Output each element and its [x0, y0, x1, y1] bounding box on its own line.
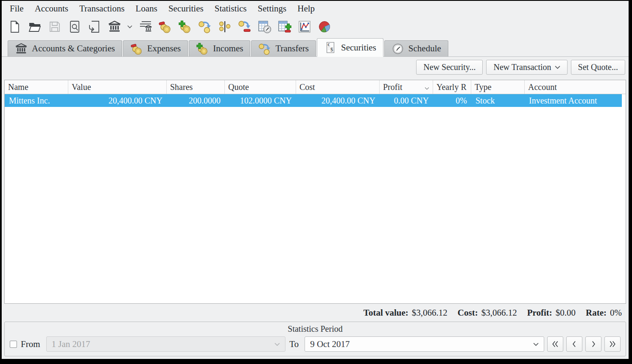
- coins-transfer-icon: [258, 42, 271, 55]
- tab-schedule[interactable]: Schedule: [384, 40, 448, 56]
- clock-icon: [392, 42, 404, 55]
- total-value-label: Total value:: [364, 308, 408, 318]
- menu-accounts[interactable]: Accounts: [29, 2, 74, 15]
- save-icon: [48, 20, 62, 34]
- open-file-button[interactable]: [26, 18, 44, 36]
- table-plus-icon: [278, 20, 291, 34]
- menu-loans[interactable]: Loans: [130, 2, 163, 15]
- cost-value: $3,066.12: [481, 308, 517, 318]
- app-window: File Accounts Transactions Loans Securit…: [2, 1, 629, 359]
- double-chevron-right-icon: [608, 340, 617, 348]
- column-header-name[interactable]: Name: [5, 80, 68, 94]
- menu-settings[interactable]: Settings: [252, 2, 292, 15]
- from-date-value: 1 Jan 2017: [52, 339, 275, 350]
- menu-statistics[interactable]: Statistics: [209, 2, 252, 15]
- table-row-mittens-inc[interactable]: Mittens Inc. 20,400.00 CNY 200.0000 102.…: [5, 94, 622, 107]
- table-clock-icon: [258, 20, 271, 34]
- column-header-type[interactable]: Type: [471, 80, 525, 94]
- line-chart-button[interactable]: [296, 18, 313, 36]
- first-period-button[interactable]: [547, 336, 563, 352]
- scheduled-table-button[interactable]: [256, 18, 274, 36]
- cell-shares: 200.0000: [167, 94, 225, 107]
- last-period-button[interactable]: [604, 336, 621, 352]
- from-checkbox[interactable]: [10, 341, 17, 348]
- menubar: File Accounts Transactions Loans Securit…: [2, 1, 629, 16]
- cell-cost: 20,400.00 CNY: [296, 94, 380, 107]
- new-file-icon: [8, 20, 22, 34]
- new-file-button[interactable]: [6, 18, 24, 36]
- svg-text:€: €: [327, 42, 330, 47]
- statistics-period-title: Statistics Period: [10, 324, 621, 334]
- column-header-profit[interactable]: Profit: [380, 80, 433, 94]
- new-income-button[interactable]: [176, 18, 194, 36]
- menu-file[interactable]: File: [4, 2, 29, 15]
- line-chart-icon: [298, 20, 311, 34]
- coins-plus-icon: [178, 20, 192, 34]
- import-file-button[interactable]: [86, 18, 103, 36]
- bank-menu-chevron-icon[interactable]: [126, 18, 133, 36]
- new-transaction-label: New Transaction: [493, 62, 551, 72]
- cell-quote: 102.0000 CNY: [225, 94, 296, 107]
- pie-chart-icon: [318, 20, 331, 34]
- tab-label: Transfers: [275, 43, 309, 54]
- tab-transfers[interactable]: Transfers: [251, 40, 316, 56]
- bank-accounts-button[interactable]: [106, 18, 123, 36]
- menu-transactions[interactable]: Transactions: [74, 2, 130, 15]
- coins-plus-icon: [196, 42, 209, 55]
- table-header: Name Value Shares Quote Cost Profit Year…: [5, 80, 626, 94]
- column-header-cost[interactable]: Cost: [296, 80, 380, 94]
- accounts-list-icon: [138, 20, 152, 34]
- search-document-icon: [68, 20, 81, 34]
- file-search-button[interactable]: [66, 18, 84, 36]
- open-folder-icon: [28, 20, 42, 34]
- securities-table: Name Value Shares Quote Cost Profit Year…: [4, 80, 626, 304]
- cell-type: Stock: [471, 94, 525, 107]
- split-transaction-button[interactable]: [216, 18, 234, 36]
- menu-securities[interactable]: Securities: [163, 2, 209, 15]
- tab-securities[interactable]: €$ Securities: [317, 38, 383, 57]
- to-label: To: [289, 339, 299, 350]
- tab-label: Schedule: [408, 43, 441, 54]
- menu-help[interactable]: Help: [292, 2, 320, 15]
- chevron-right-icon: [589, 340, 598, 348]
- cell-yearly-rate: 0%: [433, 94, 471, 107]
- save-file-button[interactable]: [46, 18, 64, 36]
- tab-label: Expenses: [147, 43, 181, 54]
- new-expense-button[interactable]: [156, 18, 174, 36]
- previous-period-button[interactable]: [566, 336, 582, 352]
- svg-text:$: $: [330, 47, 333, 53]
- from-date-select[interactable]: 1 Jan 2017: [46, 336, 286, 352]
- column-header-yearly-rate[interactable]: Yearly R: [433, 80, 471, 94]
- cost-label: Cost:: [458, 308, 478, 318]
- cell-account: Investment Account: [525, 94, 622, 107]
- new-table-entry-button[interactable]: [276, 18, 294, 36]
- tab-expenses[interactable]: Expenses: [123, 40, 188, 56]
- new-security-button[interactable]: New Security...: [416, 60, 483, 75]
- import-document-icon: [88, 20, 101, 34]
- chevron-down-icon: [555, 65, 560, 69]
- column-header-value[interactable]: Value: [68, 80, 167, 94]
- rate-label: Rate:: [586, 308, 607, 318]
- set-quote-button[interactable]: Set Quote...: [571, 60, 625, 75]
- to-date-select[interactable]: 9 Oct 2017: [305, 336, 544, 352]
- column-header-shares[interactable]: Shares: [167, 80, 225, 94]
- scheduled-expense-button[interactable]: [236, 18, 254, 36]
- pie-chart-button[interactable]: [316, 18, 333, 36]
- tab-accounts-categories[interactable]: Accounts & Categories: [8, 40, 122, 56]
- new-transaction-button[interactable]: New Transaction: [486, 60, 567, 75]
- new-transfer-button[interactable]: [196, 18, 214, 36]
- column-header-quote[interactable]: Quote: [225, 80, 296, 94]
- accounts-overview-button[interactable]: [136, 18, 154, 36]
- next-period-button[interactable]: [585, 336, 601, 352]
- coins-minus-icon: [158, 20, 172, 34]
- column-header-account[interactable]: Account: [525, 80, 626, 94]
- sort-indicator-icon: [425, 80, 429, 94]
- tab-incomes[interactable]: Incomes: [189, 40, 250, 56]
- profit-value: $0.00: [556, 308, 576, 318]
- toolbar: [2, 16, 629, 37]
- statistics-period-group: Statistics Period From 1 Jan 2017 To 9 O…: [4, 322, 626, 356]
- tab-label: Securities: [341, 42, 376, 53]
- tab-label: Incomes: [213, 43, 243, 54]
- total-value: $3,066.12: [412, 308, 447, 318]
- chevron-left-icon: [570, 340, 579, 348]
